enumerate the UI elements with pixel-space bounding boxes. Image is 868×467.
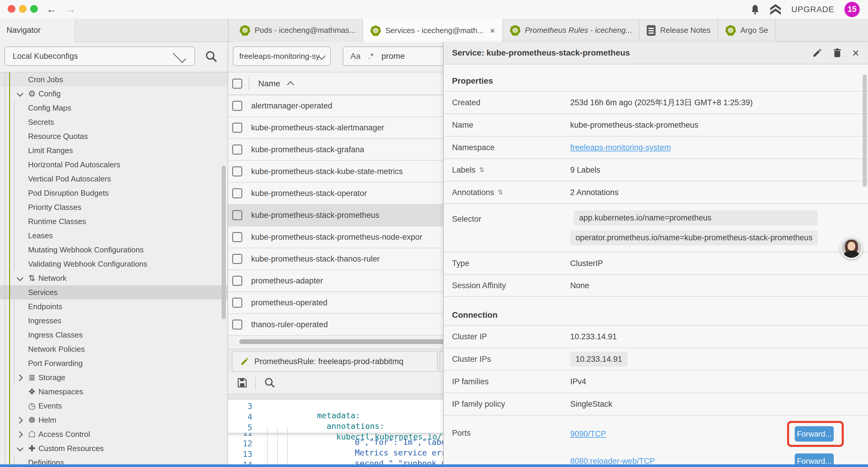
- select-all-checkbox[interactable]: [232, 79, 242, 89]
- tree-item[interactable]: Ingresses: [0, 314, 227, 328]
- tree-item-label: Helm: [38, 415, 56, 425]
- editor-tab[interactable]: PrometheusRule: freeleaps-prod-rabbitmq: [232, 351, 438, 372]
- tree-item[interactable]: Port Forwarding: [0, 356, 227, 370]
- row-checkbox[interactable]: [232, 123, 242, 133]
- row-checkbox[interactable]: [232, 232, 242, 242]
- port-link[interactable]: 9090/TCP: [570, 430, 606, 438]
- app-tab[interactable]: ☸ Pods - icecheng@mathmas... ×: [232, 19, 363, 42]
- annotations-value[interactable]: 2 Annotations: [570, 188, 619, 197]
- tree-item[interactable]: Secrets: [0, 115, 227, 129]
- session-affinity-row: Session Affinity None: [444, 274, 868, 297]
- tree-item[interactable]: Vertical Pod Autoscalers: [0, 172, 227, 186]
- tree-item[interactable]: Helm: [0, 413, 227, 427]
- tree-item[interactable]: Cron Jobs: [0, 72, 227, 87]
- search-value: prome: [381, 52, 405, 61]
- title-bar: ← → UPGRADE 15: [0, 0, 868, 19]
- tree-item[interactable]: Events: [0, 399, 227, 413]
- row-checkbox[interactable]: [232, 167, 242, 176]
- ports-label: Ports: [444, 423, 570, 438]
- namespace-select[interactable]: freeleaps-monitoring-system: [233, 47, 331, 66]
- sort-ascending-icon[interactable]: [287, 81, 294, 88]
- window-close-button[interactable]: [8, 5, 16, 13]
- properties-heading: Properties: [444, 64, 868, 91]
- row-checkbox[interactable]: [232, 188, 242, 198]
- tree-item[interactable]: Pod Disruption Budgets: [0, 186, 227, 200]
- window-maximize-button[interactable]: [30, 5, 38, 13]
- notifications-bell-icon[interactable]: [751, 4, 760, 15]
- namespace-link[interactable]: freeleaps-monitoring-system: [570, 143, 671, 152]
- sidebar-scrollbar[interactable]: [222, 166, 226, 319]
- app-window: ← → UPGRADE 15 Navigator ☸ Pods -: [0, 0, 868, 467]
- tree-item[interactable]: Priority Classes: [0, 200, 227, 214]
- tree-item[interactable]: Resource Quotas: [0, 129, 227, 143]
- drawer-title: Service: kube-prometheus-stack-prometheu…: [444, 48, 812, 58]
- tree-item[interactable]: Config: [0, 87, 227, 101]
- tree-item[interactable]: Leases: [0, 229, 227, 243]
- delete-trash-icon[interactable]: [832, 48, 842, 58]
- upgrade-icon[interactable]: [770, 4, 781, 15]
- port-link[interactable]: 8080:reloader-web/TCP: [570, 457, 655, 466]
- tree-chevron-icon[interactable]: [16, 273, 25, 283]
- row-checkbox[interactable]: [232, 320, 242, 329]
- search-icon[interactable]: [205, 50, 217, 63]
- match-case-toggle[interactable]: Aa: [350, 52, 361, 61]
- app-tab[interactable]: ☸ Services - icecheng@math... ×: [363, 19, 502, 42]
- window-minimize-button[interactable]: [19, 5, 27, 13]
- tree-chevron-icon[interactable]: [16, 443, 25, 454]
- forward-button[interactable]: Forward...: [795, 426, 834, 442]
- tree-item[interactable]: Validating Webhook Configurations: [0, 257, 227, 271]
- sort-toggle-icon[interactable]: ⇅: [479, 166, 485, 174]
- line-number: 3: [228, 402, 259, 411]
- cluster-ips-chip: 10.233.14.91: [570, 352, 627, 367]
- kubeconfig-select[interactable]: Local Kubeconfigs: [4, 47, 195, 66]
- sort-toggle-icon[interactable]: ⇅: [498, 188, 503, 196]
- tree-item[interactable]: Runtime Classes: [0, 214, 227, 229]
- upgrade-label[interactable]: UPGRADE: [792, 5, 834, 14]
- save-icon[interactable]: [236, 377, 248, 388]
- row-checkbox[interactable]: [232, 276, 242, 286]
- table-horizontal-scrollbar[interactable]: [239, 339, 459, 344]
- app-tab[interactable]: ☸ Release Notes ×: [640, 19, 718, 42]
- tree-item[interactable]: Config Maps: [0, 101, 227, 115]
- row-checkbox[interactable]: [232, 298, 242, 308]
- row-checkbox[interactable]: [232, 210, 242, 220]
- row-checkbox[interactable]: [232, 145, 242, 154]
- editor-search-icon[interactable]: [264, 377, 275, 388]
- tree-item[interactable]: Access Control: [0, 427, 227, 441]
- close-icon[interactable]: ×: [490, 26, 495, 36]
- drawer-close-icon[interactable]: ×: [852, 48, 859, 58]
- notification-count-badge[interactable]: 15: [844, 2, 860, 17]
- drawer-scrollbar[interactable]: [863, 75, 867, 187]
- app-tab[interactable]: ☸ Prometheus Rules - icecheng... ×: [503, 19, 640, 42]
- row-checkbox[interactable]: [232, 101, 242, 111]
- tree-item[interactable]: Services: [0, 285, 227, 299]
- labels-value[interactable]: 9 Labels: [570, 166, 600, 175]
- tree-chevron-icon[interactable]: [16, 429, 25, 439]
- back-arrow-icon[interactable]: ←: [45, 2, 59, 16]
- line-number: 5: [228, 423, 259, 432]
- tree-item[interactable]: Network: [0, 271, 227, 285]
- tree-item[interactable]: Namespaces: [0, 384, 227, 399]
- regex-toggle[interactable]: .*: [368, 52, 374, 61]
- tab-navigator[interactable]: Navigator: [0, 19, 75, 42]
- tree-item[interactable]: Custom Resources: [0, 441, 227, 456]
- tree-item[interactable]: Mutating Webhook Configurations: [0, 243, 227, 257]
- tree-item[interactable]: Limit Ranges: [0, 143, 227, 157]
- row-checkbox[interactable]: [232, 254, 242, 264]
- created-value: 253d 16h 6m ago (2025年1月13日 GMT+8 1:25:3…: [570, 97, 753, 108]
- tree-chevron-icon[interactable]: [16, 89, 25, 99]
- name-column-header[interactable]: Name: [258, 79, 280, 88]
- line-number: 12: [228, 439, 259, 448]
- tree-item[interactable]: Ingress Classes: [0, 328, 227, 342]
- app-tab[interactable]: ☸ Argo Se ×: [718, 19, 776, 42]
- avatar-body: [844, 251, 859, 259]
- user-avatar[interactable]: [840, 237, 863, 259]
- tree-item[interactable]: Horizontal Pod Autoscalers: [0, 157, 227, 172]
- tree-item-label: Events: [38, 401, 62, 411]
- tree-chevron-icon[interactable]: [16, 372, 25, 382]
- tree-chevron-icon[interactable]: [16, 415, 25, 425]
- edit-pencil-icon[interactable]: [812, 48, 822, 58]
- tree-item[interactable]: Endpoints: [0, 299, 227, 314]
- tree-item[interactable]: Network Policies: [0, 342, 227, 356]
- tree-item[interactable]: Storage: [0, 370, 227, 384]
